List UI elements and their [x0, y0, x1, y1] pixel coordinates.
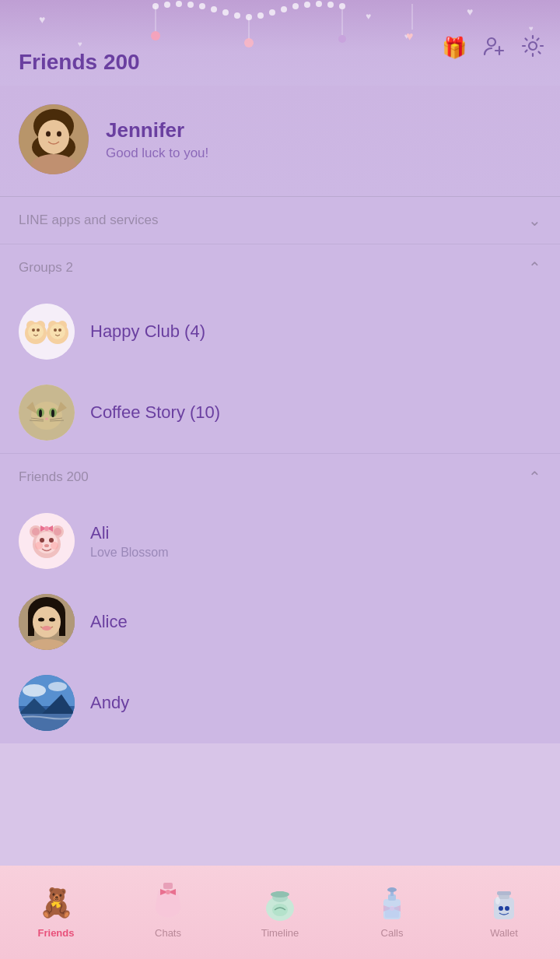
svg-point-91 [42, 626, 51, 631]
svg-point-3 [187, 2, 194, 8]
svg-point-14 [316, 1, 322, 7]
svg-point-52 [50, 324, 65, 339]
gift-icon[interactable]: 🎁 [442, 36, 467, 60]
nav-icon-calls [369, 880, 415, 926]
svg-point-82 [51, 542, 58, 550]
svg-text:♥: ♥ [529, 24, 534, 33]
svg-point-0 [152, 3, 159, 9]
svg-point-46 [28, 324, 44, 339]
header: ♥ ♥ ♥ ♥ ♥ ♥ ♥ Friends 200 🎁 [0, 0, 560, 86]
svg-point-61 [39, 409, 42, 417]
groups-label: Groups 2 [19, 260, 73, 276]
header-icons: 🎁 [442, 34, 544, 61]
nav-item-chats[interactable]: Chats [112, 880, 224, 939]
svg-point-81 [35, 542, 43, 550]
svg-text:♥: ♥ [467, 5, 473, 18]
groups-section-header[interactable]: Groups 2 ⌃ [0, 244, 560, 291]
nav-label-wallet: Wallet [490, 927, 518, 939]
list-item[interactable]: Happy Club (4) [0, 291, 560, 372]
svg-point-72 [32, 528, 40, 536]
main-content: LINE apps and services ⌄ Groups 2 ⌃ [0, 197, 560, 743]
group-info-happy-club: Happy Club (4) [90, 321, 205, 342]
svg-text:♥: ♥ [406, 30, 414, 43]
svg-point-24 [244, 38, 254, 47]
svg-text:♥: ♥ [78, 40, 82, 48]
friend-avatar-alice [19, 594, 75, 650]
nav-icon-chats [145, 880, 191, 926]
profile-name: Jennifer [106, 118, 208, 142]
group-name: Coffee Story (10) [90, 402, 220, 423]
svg-point-16 [339, 3, 345, 9]
list-item[interactable]: Andy [0, 662, 560, 743]
nav-icon-timeline [257, 880, 303, 926]
nav-item-calls[interactable]: Calls [336, 880, 448, 939]
svg-point-8 [246, 14, 252, 20]
svg-point-4 [199, 3, 205, 9]
svg-point-80 [44, 544, 49, 547]
nav-label-calls: Calls [381, 927, 404, 939]
nav-item-friends[interactable]: 🧸 Friends [0, 880, 112, 939]
nav-label-friends: Friends [38, 927, 75, 939]
profile-status: Good luck to you! [106, 146, 208, 161]
svg-point-54 [58, 328, 61, 332]
group-name: Happy Club (4) [90, 321, 205, 342]
svg-point-5 [211, 6, 217, 12]
svg-rect-121 [497, 891, 511, 895]
svg-point-11 [281, 6, 287, 12]
svg-point-1 [164, 2, 170, 8]
svg-point-114 [387, 887, 397, 892]
chevron-up-icon-friends: ⌃ [528, 468, 541, 487]
group-avatar-happy-club [19, 304, 75, 360]
list-item[interactable]: Alice [0, 581, 560, 662]
svg-point-62 [51, 409, 54, 417]
friend-sub: Love Blossom [90, 546, 169, 560]
svg-point-47 [32, 328, 35, 332]
friends-label: Friends 200 [19, 469, 89, 485]
profile-section: Jennifer Good luck to you! [0, 86, 560, 196]
friends-section-header[interactable]: Friends 200 ⌃ [0, 454, 560, 501]
friend-avatar-ali [19, 513, 75, 569]
list-item[interactable]: Coffee Story (10) [0, 372, 560, 453]
svg-point-97 [48, 682, 67, 691]
settings-icon[interactable] [521, 34, 544, 61]
svg-point-63 [45, 418, 48, 420]
line-apps-section-header[interactable]: LINE apps and services ⌄ [0, 197, 560, 244]
svg-rect-109 [276, 891, 284, 894]
svg-point-39 [46, 132, 51, 137]
svg-point-31 [488, 38, 495, 46]
chevron-up-icon: ⌃ [528, 258, 541, 277]
add-friend-icon[interactable] [482, 34, 506, 61]
svg-point-40 [57, 132, 61, 137]
svg-point-96 [23, 684, 46, 697]
svg-rect-118 [385, 907, 399, 918]
group-avatar-coffee-story [19, 385, 75, 441]
nav-label-chats: Chats [155, 927, 181, 939]
bottom-nav: 🧸 Friends Chats [0, 866, 560, 959]
svg-point-89 [38, 618, 44, 622]
nav-icon-wallet [481, 880, 527, 926]
svg-point-2 [176, 1, 182, 7]
friend-name: Alice [90, 612, 128, 632]
svg-text:♥: ♥ [366, 11, 371, 22]
svg-point-12 [292, 3, 299, 9]
svg-point-75 [40, 538, 44, 543]
svg-point-73 [54, 528, 61, 536]
friend-info-ali: Ali Love Blossom [90, 523, 169, 560]
svg-point-56 [31, 402, 62, 430]
friend-avatar-andy [19, 675, 75, 731]
nav-item-wallet[interactable]: Wallet [448, 880, 560, 939]
svg-point-7 [234, 12, 240, 19]
line-apps-label: LINE apps and services [19, 213, 159, 228]
svg-point-76 [49, 538, 54, 543]
friend-name: Andy [90, 693, 129, 713]
svg-point-34 [529, 42, 537, 50]
svg-point-90 [49, 618, 55, 622]
avatar[interactable] [19, 104, 89, 174]
svg-point-122 [499, 906, 503, 911]
svg-rect-101 [163, 883, 173, 889]
nav-item-timeline[interactable]: Timeline [224, 880, 336, 939]
friend-info-alice: Alice [90, 612, 128, 632]
list-item[interactable]: Ali Love Blossom [0, 501, 560, 581]
svg-point-26 [338, 35, 346, 43]
svg-point-48 [37, 328, 40, 332]
